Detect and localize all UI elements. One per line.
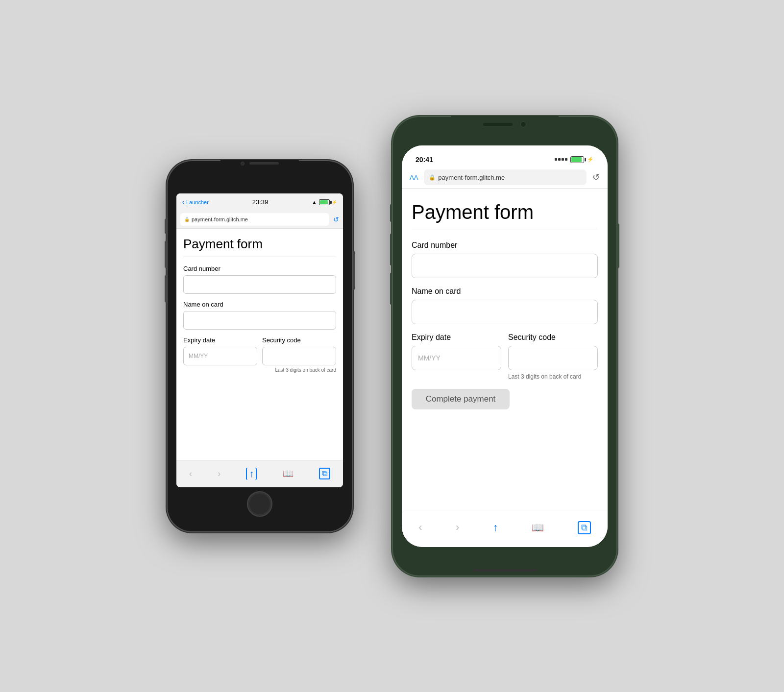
name-on-card-label-small: Name on card (183, 301, 336, 308)
phone2-bottom-bar: ‹ › ↑ 📖 ⧉ (402, 513, 608, 547)
launcher-text: Launcher (186, 199, 209, 205)
expiry-col-large: Expiry date MM/YY (412, 333, 501, 370)
aa-button[interactable]: AA (410, 174, 418, 181)
share-nav-icon[interactable]: ↑ (246, 468, 257, 480)
security-hint-large: Last 3 digits on back of card (508, 373, 598, 380)
bookmarks-nav-icon[interactable]: 📖 (283, 468, 294, 479)
expiry-placeholder-large: MM/YY (418, 354, 441, 362)
address-input-large[interactable]: 🔒 payment-form.glitch.me (424, 169, 587, 185)
complete-payment-button[interactable]: Complete payment (412, 389, 510, 409)
expiry-col-small: Expiry date MM/YY (183, 336, 257, 365)
address-input-small[interactable]: 🔒 payment-form.glitch.me (180, 213, 329, 226)
status-right: ▲ ⚡ (312, 199, 337, 205)
bottom-row-small: Expiry date MM/YY Security code Last 3 d… (183, 336, 336, 373)
forward-nav-icon-2[interactable]: › (456, 521, 459, 534)
phone2-notch (451, 116, 559, 133)
phone1-status-bar: ‹ Launcher 23:39 ▲ ⚡ (176, 193, 343, 211)
signal-dot-3 (562, 158, 564, 161)
charging-icon-large: ⚡ (587, 156, 594, 163)
url-text-large: payment-form.glitch.me (438, 174, 505, 181)
battery-icon-large (570, 156, 584, 163)
phone2-device: 20:41 ⚡ AA 🔒 payment-form.glitch.me (392, 116, 617, 576)
phone1-bottom-bar: ‹ › ↑ 📖 ⧉ (176, 460, 343, 487)
phone2-address-bar: AA 🔒 payment-form.glitch.me ↺ (402, 167, 608, 189)
security-col-large: Security code Last 3 digits on back of c… (508, 333, 598, 380)
bottom-row-large: Expiry date MM/YY Security code Last 3 d… (412, 333, 598, 380)
lock-icon-large: 🔒 (429, 174, 436, 181)
card-number-input-small[interactable] (183, 275, 336, 294)
name-on-card-input-large[interactable] (412, 300, 598, 324)
expiry-input-small[interactable]: MM/YY (183, 347, 257, 365)
wifi-icon: ▲ (312, 199, 317, 205)
phone2-status-right: ⚡ (555, 156, 594, 163)
phone1-screen: ‹ Launcher 23:39 ▲ ⚡ 🔒 payment-form.glit… (176, 193, 343, 487)
status-left: ‹ Launcher (182, 199, 209, 206)
home-button[interactable] (247, 491, 272, 517)
expiry-input-large[interactable]: MM/YY (412, 346, 501, 370)
signal-dot-1 (555, 158, 557, 161)
tabs-nav-icon-2[interactable]: ⧉ (578, 521, 591, 534)
phone2-status-bar: 20:41 ⚡ (402, 145, 608, 167)
bookmarks-nav-icon-2[interactable]: 📖 (532, 522, 544, 533)
back-nav-icon[interactable]: ‹ (189, 469, 192, 479)
charging-icon: ⚡ (332, 200, 337, 205)
mute-button (165, 219, 167, 234)
phone1-address-bar: 🔒 payment-form.glitch.me ↺ (176, 211, 343, 229)
phone2-screen: 20:41 ⚡ AA 🔒 payment-form.glitch.me (402, 145, 608, 547)
expiry-placeholder-small: MM/YY (189, 353, 208, 359)
phone1-device: ‹ Launcher 23:39 ▲ ⚡ 🔒 payment-form.glit… (167, 160, 353, 532)
name-on-card-input-small[interactable] (183, 311, 336, 330)
phone2-camera (520, 121, 526, 127)
refresh-button-small[interactable]: ↺ (333, 215, 339, 223)
phone2-content: Payment form Card number Name on card Ex… (402, 189, 608, 513)
security-hint-small: Last 3 digits on back of card (262, 367, 336, 373)
signal-dot-2 (558, 158, 561, 161)
power-button (353, 251, 355, 290)
status-time: 23:39 (252, 198, 269, 206)
phone1-notch (220, 160, 299, 167)
phone2-speaker (483, 123, 513, 126)
phone2-time: 20:41 (416, 156, 433, 164)
card-number-label-small: Card number (183, 265, 336, 272)
phone1-content: Payment form Card number Name on card Ex… (176, 229, 343, 460)
form-divider-large-1 (412, 230, 598, 230)
lock-icon-small: 🔒 (184, 217, 190, 222)
security-code-label-large: Security code (508, 333, 598, 342)
home-indicator-large (473, 569, 537, 572)
phone1-speaker (249, 162, 279, 165)
signal-indicator (555, 158, 567, 161)
mute-button2 (390, 204, 392, 222)
forward-nav-icon[interactable]: › (218, 469, 220, 479)
form-title-large: Payment form (412, 200, 598, 224)
share-nav-icon-2[interactable]: ↑ (493, 521, 498, 534)
name-on-card-label-large: Name on card (412, 287, 598, 296)
card-number-input-large[interactable] (412, 254, 598, 278)
security-code-input-small[interactable] (262, 347, 336, 365)
volume-down-button2 (390, 273, 392, 305)
url-text-small: payment-form.glitch.me (192, 216, 248, 222)
power-button2 (617, 224, 619, 268)
back-nav-icon-2[interactable]: ‹ (418, 521, 422, 534)
phone1-camera (241, 162, 245, 166)
volume-up-button2 (390, 234, 392, 265)
security-code-label-small: Security code (262, 336, 336, 344)
back-chevron-icon: ‹ (182, 199, 184, 206)
expiry-date-label-large: Expiry date (412, 333, 501, 342)
signal-dot-4 (565, 158, 567, 161)
refresh-button-large[interactable]: ↺ (592, 172, 600, 183)
tabs-nav-icon[interactable]: ⧉ (319, 468, 330, 479)
volume-up-button (165, 241, 167, 268)
card-number-label-large: Card number (412, 241, 598, 250)
battery-icon (319, 199, 330, 205)
security-col-small: Security code Last 3 digits on back of c… (262, 336, 336, 373)
form-title-small: Payment form (183, 237, 336, 252)
volume-down-button (165, 275, 167, 302)
form-divider-1 (183, 257, 336, 257)
expiry-date-label-small: Expiry date (183, 336, 257, 344)
security-code-input-large[interactable] (508, 346, 598, 370)
